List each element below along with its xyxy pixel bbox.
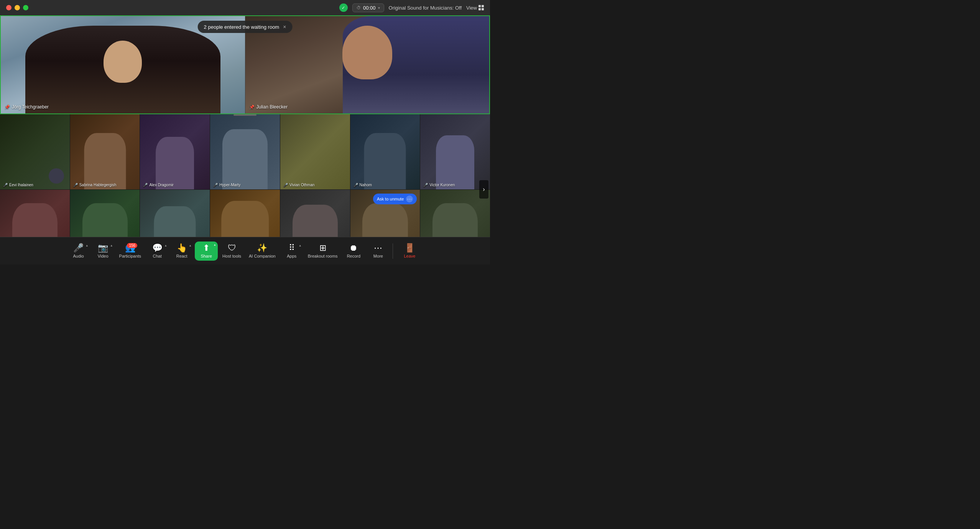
- unmute-tooltip[interactable]: Ask to unmute ···: [373, 194, 417, 204]
- apps-button[interactable]: ▲ ⠿ Apps: [280, 242, 303, 260]
- share-arrow[interactable]: ▲: [213, 243, 216, 246]
- minimize-button[interactable]: [15, 5, 20, 10]
- timer-display: 00:00: [363, 5, 376, 11]
- participant-cell: 🎤 Victor Kuronen: [420, 114, 490, 189]
- maximize-button[interactable]: [23, 5, 28, 10]
- close-button[interactable]: [6, 5, 12, 10]
- apps-arrow[interactable]: ▲: [299, 244, 302, 247]
- ai-companion-label: AI Companion: [249, 254, 276, 258]
- host-tools-button[interactable]: 🛡 Host tools: [219, 242, 244, 260]
- participants-count: 156: [127, 243, 137, 248]
- video-icon: 📷: [98, 244, 108, 252]
- audio-button[interactable]: ▲ 🎤 Audio: [67, 242, 90, 260]
- audio-label: Audio: [73, 254, 84, 258]
- participant-name: 🎤 Eevi Ihalainen: [3, 183, 33, 187]
- share-label: Share: [201, 254, 212, 258]
- participant-name-label: Victor Kuronen: [429, 183, 455, 187]
- more-icon: ⋯: [374, 244, 382, 252]
- mute-icon: 🎤: [3, 183, 8, 187]
- toolbar-separator: [393, 243, 393, 259]
- mute-icon: 🎤: [423, 183, 428, 187]
- shield-icon: ✓: [339, 3, 348, 12]
- participant-name-label: Eevi Ihalainen: [9, 183, 33, 187]
- participant-cell: 🎤 Alex Dragomir: [140, 114, 210, 189]
- host-tools-icon: 🛡: [228, 244, 236, 252]
- audio-icon: 🎤: [73, 244, 84, 252]
- record-icon: ⏺: [349, 244, 358, 252]
- notification-close[interactable]: ×: [283, 24, 286, 30]
- participant-name-label: Alex Dragomir: [149, 183, 173, 187]
- react-button[interactable]: ▲ 👆 React: [170, 242, 193, 260]
- notification-text: 2 people entered the waiting room: [204, 24, 280, 30]
- speaker-view: 📌 Jörg Teichgraeber 2 people entered the…: [0, 15, 490, 114]
- timer-icon: ⏱: [357, 5, 361, 10]
- participants-label: Participants: [119, 254, 141, 258]
- speaker-julian-label: Julian Bleecker: [257, 104, 288, 110]
- leave-icon: 🚪: [404, 244, 415, 252]
- participant-cell: 🎤 Nahom: [350, 114, 420, 189]
- apps-icon: ⠿: [289, 244, 295, 252]
- video-button[interactable]: ▲ 📷 Video: [92, 242, 115, 260]
- participant-name-label: Vivian Othman: [289, 183, 314, 187]
- grid-icon: [478, 5, 484, 10]
- participants-button[interactable]: 👥 156 Participants: [116, 242, 144, 260]
- timer-chevron: ▾: [378, 6, 380, 10]
- record-button[interactable]: ⏺ Record: [342, 242, 365, 260]
- leave-label: Leave: [404, 254, 415, 258]
- react-label: React: [176, 254, 187, 258]
- toolbar: ▲ 🎤 Audio ▲ 📷 Video 👥 156 Participants ▲…: [0, 237, 490, 264]
- apps-label: Apps: [287, 254, 296, 258]
- unmute-label: Ask to unmute: [377, 197, 404, 201]
- traffic-lights: [6, 5, 28, 10]
- video-arrow[interactable]: ▲: [110, 244, 113, 247]
- more-label: More: [373, 254, 383, 258]
- tooltip-more-button[interactable]: ···: [406, 196, 413, 202]
- pin-icon: 📌: [5, 105, 10, 110]
- chat-button[interactable]: ▲ 💬 Chat: [146, 242, 169, 260]
- mute-icon: 🎤: [143, 183, 148, 187]
- share-icon: ⬆: [203, 244, 210, 252]
- host-tools-label: Host tools: [222, 254, 241, 258]
- mute-icon: 🎤: [283, 183, 288, 187]
- react-arrow[interactable]: ▲: [189, 244, 192, 247]
- breakout-rooms-button[interactable]: ⊞ Breakout rooms: [305, 242, 341, 260]
- titlebar-right: ✓ ⏱ 00:00 ▾ Original Sound for Musicians…: [339, 3, 484, 12]
- chat-label: Chat: [153, 254, 161, 258]
- pin-icon-2: 📌: [249, 105, 255, 110]
- participant-cell: 🎤 Vivian Othman: [280, 114, 350, 189]
- timer-badge[interactable]: ⏱ 00:00 ▾: [352, 3, 384, 12]
- chat-arrow[interactable]: ▲: [164, 244, 167, 247]
- ai-companion-button[interactable]: ✨ AI Companion: [246, 242, 279, 260]
- participant-name: 🎤 Sabrina Habtegergish: [73, 183, 117, 187]
- breakout-icon: ⊞: [319, 244, 326, 252]
- share-button[interactable]: ▲ ⬆ Share: [195, 242, 218, 261]
- breakout-label: Breakout rooms: [308, 254, 338, 258]
- speaker-julian-name: 📌 Julian Bleecker: [249, 104, 288, 110]
- video-label: Video: [98, 254, 109, 258]
- participant-cell: 🎤 Sabrina Habtegergish: [70, 114, 140, 189]
- participant-cell: 🎤 Hyper-Marty: [210, 114, 280, 189]
- react-icon: 👆: [177, 244, 187, 252]
- mute-icon: 🎤: [213, 183, 218, 187]
- tooltip-dots-icon: ···: [407, 196, 412, 202]
- view-label: View: [466, 5, 477, 11]
- participant-name: 🎤 Victor Kuronen: [423, 183, 455, 187]
- ai-companion-icon: ✨: [257, 244, 267, 252]
- participant-name: 🎤 Hyper-Marty: [213, 183, 240, 187]
- mute-icon: 🎤: [73, 183, 78, 187]
- next-participants-arrow[interactable]: ›: [479, 180, 488, 199]
- participant-name: 🎤 Nahom: [354, 183, 372, 187]
- mute-icon: 🎤: [354, 183, 358, 187]
- divider-handle[interactable]: [233, 114, 257, 116]
- titlebar: ✓ ⏱ 00:00 ▾ Original Sound for Musicians…: [0, 0, 490, 15]
- view-button[interactable]: View: [466, 5, 484, 11]
- speaker-jorg-label: Jörg Teichgraeber: [12, 104, 49, 110]
- participant-name-label: Hyper-Marty: [219, 183, 240, 187]
- participant-name-label: Nahom: [360, 183, 372, 187]
- record-label: Record: [347, 254, 360, 258]
- original-sound-label: Original Sound for Musicians: Off: [389, 5, 462, 11]
- leave-button[interactable]: 🚪 Leave: [396, 242, 423, 260]
- audio-arrow[interactable]: ▲: [86, 244, 89, 247]
- more-button[interactable]: ⋯ More: [367, 242, 390, 260]
- participant-name: 🎤 Alex Dragomir: [143, 183, 173, 187]
